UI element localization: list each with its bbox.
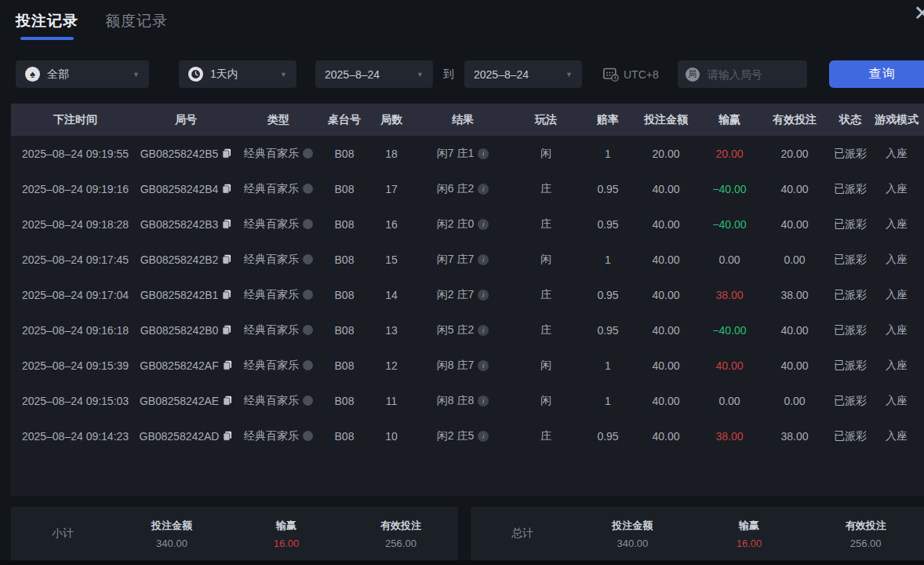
result-text: 闲8 庄8	[437, 394, 474, 408]
column-header: 赔率	[585, 113, 631, 127]
copy-icon[interactable]	[222, 290, 231, 300]
info-icon[interactable]: i	[478, 396, 489, 406]
cell-win-loss: 0.00	[701, 395, 758, 407]
cell-odds: 0.95	[585, 289, 631, 301]
cell-round: 12	[364, 359, 419, 372]
cell-play: 庄	[507, 429, 585, 443]
round-id-search[interactable]: 局	[678, 60, 807, 88]
result-text: 闲7 庄1	[437, 147, 474, 161]
info-icon[interactable]: i	[478, 184, 489, 195]
subtotal-win-loss: 输赢 16.00	[229, 519, 344, 549]
cell-valid-bet: 38.00	[758, 289, 831, 301]
cell-table-no: B08	[325, 289, 364, 301]
cell-odds: 1	[585, 359, 631, 372]
cell-win-loss: 38.00	[701, 289, 758, 301]
chevron-down-icon: ▼	[566, 71, 573, 78]
copy-icon[interactable]	[222, 148, 231, 159]
info-icon[interactable]: i	[478, 325, 489, 336]
cell-game-id: GB08258242B1	[140, 289, 232, 301]
cell-play: 闲	[507, 359, 585, 373]
info-icon[interactable]: i	[478, 219, 489, 230]
cell-game-type: 经典百家乐	[232, 429, 325, 443]
cell-bet-amount: 40.00	[631, 395, 701, 407]
timezone-indicator[interactable]: UTC+8	[602, 67, 659, 82]
tab-quota-records[interactable]: 额度记录	[105, 11, 168, 31]
cell-result: 闲8 庄8i	[419, 394, 507, 408]
cell-game-mode: 入座	[869, 323, 924, 337]
cell-win-loss: −40.00	[701, 183, 758, 195]
subtotal-valid-bet: 有效投注 256.00	[344, 519, 458, 549]
circle-badge-icon	[303, 148, 313, 159]
cell-valid-bet: 40.00	[758, 324, 831, 337]
column-header: 投注金额	[631, 113, 701, 127]
tab-bet-records[interactable]: 投注记录	[16, 11, 78, 40]
cell-play: 闲	[507, 253, 585, 267]
cell-result: 闲2 庄7i	[419, 288, 507, 302]
cell-bet-amount: 40.00	[631, 430, 701, 443]
game-type-select[interactable]: ♠ 全部 ▼	[16, 60, 149, 88]
copy-icon[interactable]	[222, 325, 231, 335]
time-range-select[interactable]: 1天内 ▼	[179, 60, 296, 88]
info-icon[interactable]: i	[478, 290, 489, 301]
cell-valid-bet: 20.00	[758, 148, 831, 160]
info-icon[interactable]: i	[478, 360, 489, 371]
round-id-search-input[interactable]	[706, 67, 795, 82]
cell-status: 已派彩	[831, 147, 869, 161]
cell-bet-amount: 40.00	[631, 289, 701, 301]
cell-win-loss: −40.00	[701, 324, 758, 337]
cell-win-loss: 0.00	[701, 253, 758, 266]
cell-valid-bet: 0.00	[758, 395, 831, 407]
cell-game-mode: 入座	[869, 253, 924, 267]
cell-game-mode: 入座	[869, 217, 924, 231]
copy-icon[interactable]	[223, 396, 232, 406]
cell-play: 庄	[507, 323, 585, 337]
close-icon[interactable]: ✕	[913, 3, 924, 24]
cell-bet-amount: 20.00	[631, 148, 701, 160]
tab-quota-records-label: 额度记录	[105, 13, 168, 29]
column-header: 状态	[831, 113, 869, 127]
cell-result: 闲6 庄2i	[419, 182, 507, 196]
calendar-clock-icon	[602, 67, 620, 82]
cell-table-no: B08	[325, 430, 364, 443]
info-icon[interactable]: i	[478, 431, 489, 442]
clock-icon	[188, 67, 203, 82]
cell-result: 闲7 庄7i	[419, 253, 507, 267]
cell-result: 闲8 庄7i	[419, 359, 507, 373]
cell-bet-amount: 40.00	[631, 324, 701, 337]
copy-icon[interactable]	[222, 184, 231, 194]
bet-records-table: 下注时间局号类型桌台号局数结果玩法赔率投注金额输赢有效投注状态游戏模式 2025…	[11, 104, 924, 496]
column-header: 桌台号	[325, 113, 364, 127]
table-row: 2025–08–24 09:16:18GB08258242B0经典百家乐B081…	[11, 312, 924, 348]
table-row: 2025–08–24 09:19:16GB08258242B4经典百家乐B081…	[11, 171, 924, 206]
info-icon[interactable]: i	[478, 148, 489, 159]
date-to-select[interactable]: 2025–8–24 ▼	[464, 60, 582, 88]
info-icon[interactable]: i	[478, 254, 489, 265]
query-button[interactable]: 查询	[829, 60, 924, 88]
result-text: 闲6 庄2	[437, 182, 474, 196]
game-type-text: 经典百家乐	[244, 323, 299, 337]
copy-icon[interactable]	[222, 219, 231, 229]
cell-status: 已派彩	[831, 359, 869, 373]
cell-game-id: GB08258242B5	[140, 148, 232, 160]
bottom-strip	[0, 560, 924, 565]
tab-bet-records-label: 投注记录	[16, 13, 78, 29]
cell-status: 已派彩	[831, 394, 869, 408]
circle-badge-icon	[303, 325, 313, 335]
result-text: 闲2 庄0	[437, 217, 474, 231]
copy-icon[interactable]	[223, 360, 232, 370]
cell-play: 庄	[507, 182, 585, 196]
copy-icon[interactable]	[223, 431, 232, 441]
cell-game-mode: 入座	[869, 288, 924, 302]
cell-game-mode: 入座	[869, 394, 924, 408]
cell-game-mode: 入座	[869, 182, 924, 196]
cell-status: 已派彩	[831, 429, 869, 443]
cell-bet-time: 2025–08–24 09:19:55	[11, 148, 140, 160]
copy-icon[interactable]	[222, 254, 231, 264]
game-type-text: 经典百家乐	[244, 147, 299, 161]
column-header: 局号	[140, 113, 232, 127]
date-from-select[interactable]: 2025–8–24 ▼	[315, 60, 433, 88]
cell-game-id: GB08258242AF	[140, 359, 232, 372]
game-id-text: GB08258242B2	[140, 253, 219, 266]
game-id-text: GB08258242B4	[140, 183, 219, 195]
subtotal-title: 小计	[11, 527, 115, 541]
